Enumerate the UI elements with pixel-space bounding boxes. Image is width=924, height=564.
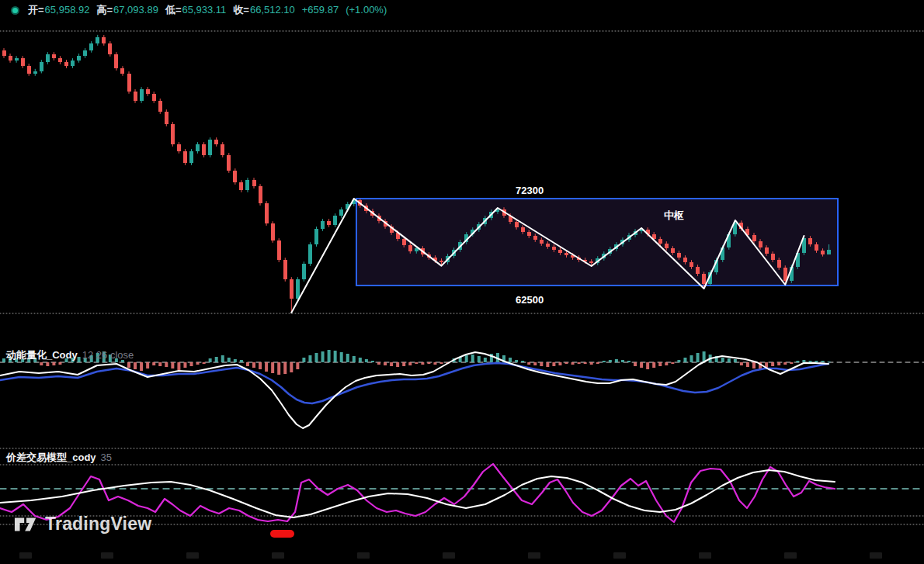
red-highlight-annotation[interactable]: [270, 530, 294, 538]
time-tick: [784, 552, 797, 559]
pivot-box[interactable]: [356, 199, 838, 285]
ohlc-close: 收=66,512.10: [233, 3, 294, 17]
time-tick: [443, 552, 455, 559]
indicator-1-params: 35: [101, 452, 112, 463]
macd-signal-line: [0, 363, 828, 403]
ohlc-high: 高=67,093.89: [96, 3, 158, 17]
box-top-price-label: 72300: [516, 185, 544, 196]
time-tick: [19, 552, 32, 559]
ohlc-open: 开=65,958.92: [28, 3, 89, 17]
macd-main-line: [0, 352, 828, 428]
time-tick: [186, 552, 199, 559]
tradingview-logo[interactable]: TradingView: [14, 514, 151, 535]
indicator-0-params: 12 26 close: [82, 349, 134, 361]
indicator-title-momentum[interactable]: 动能量化_Cody12 26 close: [6, 348, 134, 362]
indicator-1-name[interactable]: 价差交易模型_cody: [6, 452, 96, 463]
ohlc-low: 低=65,933.11: [165, 3, 226, 17]
box-center-label: 中枢: [664, 209, 684, 223]
oscillator-white-line: [0, 470, 835, 517]
chart-canvas[interactable]: [0, 0, 924, 564]
box-bottom-price-label: 62500: [516, 294, 544, 306]
time-axis[interactable]: [0, 547, 924, 564]
price-change-percent: (+1.00%): [346, 3, 387, 17]
time-tick: [613, 552, 626, 559]
indicator-title-spread-model[interactable]: 价差交易模型_cody35: [6, 451, 112, 465]
price-change: +659.87: [302, 3, 339, 17]
time-tick: [699, 552, 711, 559]
tradingview-logo-text: TradingView: [45, 514, 151, 535]
tradingview-logo-icon: [14, 515, 39, 534]
series-marker-icon[interactable]: [11, 6, 19, 15]
time-tick: [272, 552, 284, 559]
time-tick: [870, 552, 882, 559]
time-tick: [357, 552, 370, 559]
time-tick: [528, 552, 540, 559]
ohlc-header: 开=65,958.92 高=67,093.89 低=65,933.11 收=66…: [11, 3, 387, 17]
time-tick: [101, 552, 113, 559]
indicator-0-name[interactable]: 动能量化_Cody: [6, 349, 78, 361]
